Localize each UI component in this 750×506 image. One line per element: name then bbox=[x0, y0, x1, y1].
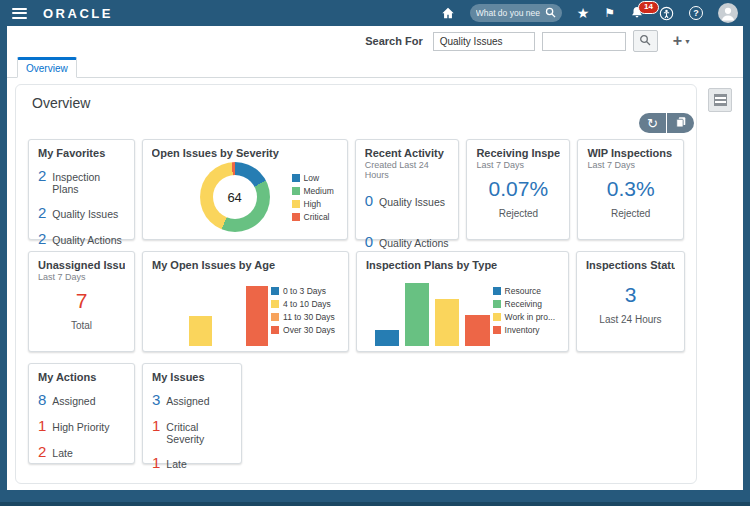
legend-item: Over 30 Days bbox=[271, 325, 335, 335]
card-recent-activity[interactable]: Recent Activity Created Last 24 Hours 0 … bbox=[355, 139, 460, 240]
overview-panel: Overview ↻ My Favorites bbox=[15, 84, 697, 484]
header-actions: What do you nee ★ ⚑ 14 ? bbox=[441, 3, 738, 23]
favorite-item[interactable]: 2 Inspection Plans bbox=[38, 167, 125, 195]
legend-item: Resource bbox=[493, 286, 555, 296]
tab-overview[interactable]: Overview bbox=[17, 57, 77, 78]
card-inspection-plans-by-type[interactable]: Inspection Plans by Type ResourceReceivi… bbox=[356, 251, 569, 352]
issue-item[interactable]: 3 Assigned bbox=[152, 391, 232, 408]
global-header: ORACLE What do you nee ★ ⚑ 14 ? bbox=[0, 0, 750, 26]
bar bbox=[465, 315, 489, 346]
pages-icon bbox=[675, 116, 687, 131]
card-receiving-inspections[interactable]: Receiving Inspecti... Last 7 Days 0.07% … bbox=[466, 139, 570, 240]
legend-item: Low bbox=[292, 173, 334, 183]
bar-slot bbox=[158, 274, 186, 346]
refresh-button[interactable]: ↻ bbox=[639, 113, 666, 133]
card-my-favorites[interactable]: My Favorites 2 Inspection Plans 2 bbox=[28, 139, 135, 240]
card-my-actions[interactable]: My Actions 8 Assigned 1 bbox=[28, 363, 135, 464]
type-legend: ResourceReceivingWork in pro...Inventory bbox=[493, 286, 555, 335]
legend-swatch bbox=[271, 300, 279, 308]
search-category-value: Quality Issues bbox=[440, 36, 503, 47]
favorite-item[interactable]: 2 Quality Actions bbox=[38, 230, 125, 247]
cards-grid: My Favorites 2 Inspection Plans 2 bbox=[16, 135, 696, 464]
page-layout-button[interactable] bbox=[708, 88, 732, 112]
accessibility-icon[interactable] bbox=[659, 6, 674, 21]
legend-item: Critical bbox=[292, 212, 334, 222]
bar bbox=[405, 283, 429, 346]
severity-legend: LowMediumHighCritical bbox=[292, 173, 334, 222]
legend-item: High bbox=[292, 199, 334, 209]
legend-swatch bbox=[271, 326, 279, 334]
activity-item[interactable]: 0 Quality Issues bbox=[365, 192, 450, 209]
plus-icon: + bbox=[673, 33, 682, 49]
bar bbox=[375, 330, 399, 346]
bar-slot bbox=[243, 274, 271, 346]
action-item[interactable]: 1 High Priority bbox=[38, 417, 125, 434]
legend-swatch bbox=[292, 200, 300, 208]
global-search[interactable]: What do you nee bbox=[470, 4, 562, 22]
legend-item: 0 to 3 Days bbox=[271, 286, 335, 296]
action-item[interactable]: 2 Late bbox=[38, 443, 125, 460]
legend-item: Receiving bbox=[493, 299, 555, 309]
list-layout-icon bbox=[714, 94, 727, 106]
magnifier-icon bbox=[639, 34, 651, 49]
legend-swatch bbox=[493, 313, 501, 321]
favorites-star-icon[interactable]: ★ bbox=[577, 5, 590, 21]
bar bbox=[189, 316, 212, 346]
global-search-placeholder: What do you nee bbox=[476, 8, 541, 18]
legend-swatch bbox=[493, 300, 501, 308]
legend-swatch bbox=[292, 187, 300, 195]
search-for-label: Search For bbox=[365, 35, 422, 47]
age-legend: 0 to 3 Days4 to 10 Days11 to 30 DaysOver… bbox=[271, 286, 335, 335]
pages-button[interactable] bbox=[667, 113, 694, 133]
bar-slot bbox=[186, 274, 214, 346]
card-open-issues-by-severity[interactable]: Open Issues by Severity 64 LowMediumHigh… bbox=[142, 139, 348, 240]
action-item[interactable]: 8 Assigned bbox=[38, 391, 125, 408]
activity-item[interactable]: 0 Quality Actions bbox=[365, 233, 450, 250]
wip-rejected-value: 0.3% bbox=[587, 177, 674, 201]
search-button[interactable] bbox=[633, 30, 658, 52]
legend-swatch bbox=[493, 287, 501, 295]
bar-slot bbox=[462, 274, 492, 346]
card-unassigned-issues[interactable]: Unassigned Issues Last 7 Days 7 Total bbox=[28, 251, 135, 352]
bar-slot bbox=[372, 274, 402, 346]
legend-swatch bbox=[292, 213, 300, 221]
bar-slot bbox=[215, 274, 243, 346]
favorite-item[interactable]: 2 Quality Issues bbox=[38, 204, 125, 221]
page-body: Overview ↻ My Favorites bbox=[7, 78, 743, 490]
card-my-open-issues-by-age[interactable]: My Open Issues by Age 0 to 3 Days4 to 10… bbox=[142, 251, 349, 352]
side-column bbox=[697, 78, 743, 490]
bar-slot bbox=[402, 274, 432, 346]
legend-item: Work in pro... bbox=[493, 312, 555, 322]
search-toolbar: Search For Quality Issues + ▼ bbox=[7, 26, 743, 56]
inspections-status-value: 3 bbox=[586, 283, 675, 307]
legend-item: Medium bbox=[292, 186, 334, 196]
cards-row-1: My Favorites 2 Inspection Plans 2 bbox=[28, 139, 684, 240]
notifications-bell-icon[interactable]: 14 bbox=[630, 6, 644, 20]
search-input[interactable] bbox=[542, 32, 626, 51]
search-icon bbox=[545, 4, 556, 22]
receiving-rejected-value: 0.07% bbox=[476, 177, 560, 201]
home-icon[interactable] bbox=[441, 6, 455, 20]
legend-item: 4 to 10 Days bbox=[271, 299, 335, 309]
notification-badge: 14 bbox=[638, 1, 659, 14]
search-category-select[interactable]: Quality Issues bbox=[433, 32, 535, 51]
bottom-bar bbox=[0, 490, 750, 506]
flag-icon[interactable]: ⚑ bbox=[604, 6, 615, 20]
legend-item: Inventory bbox=[493, 325, 555, 335]
page-title: Overview bbox=[16, 85, 696, 111]
unassigned-total-value: 7 bbox=[38, 289, 125, 313]
menu-icon[interactable] bbox=[12, 8, 27, 19]
age-bar-chart bbox=[158, 274, 271, 346]
card-wip-inspections[interactable]: WIP Inspections Last 7 Days 0.3% Rejecte… bbox=[577, 139, 684, 240]
user-avatar[interactable] bbox=[718, 3, 738, 23]
bar bbox=[246, 286, 269, 346]
content-area: Search For Quality Issues + ▼ Overview O… bbox=[7, 26, 743, 490]
card-my-issues[interactable]: My Issues 3 Assigned 1 bbox=[142, 363, 242, 464]
issue-item[interactable]: 1 Late bbox=[152, 454, 232, 471]
legend-swatch bbox=[271, 313, 279, 321]
card-inspections-status[interactable]: Inspections Status 3 Last 24 Hours bbox=[576, 251, 685, 352]
legend-swatch bbox=[493, 326, 501, 334]
issue-item[interactable]: 1 Critical Severity bbox=[152, 417, 232, 445]
add-button[interactable]: + ▼ bbox=[673, 33, 691, 49]
help-icon[interactable]: ? bbox=[689, 6, 703, 20]
